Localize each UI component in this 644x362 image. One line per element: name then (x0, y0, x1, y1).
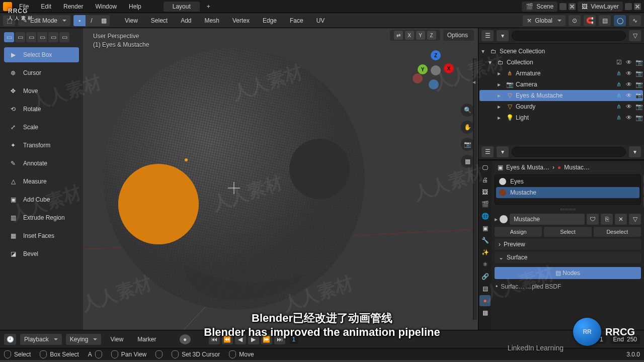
snap-type-icon[interactable]: ▤ (599, 15, 611, 26)
scene-selector[interactable]: 🎬 Scene (522, 2, 557, 12)
n-panel-strip[interactable]: ◂ (473, 58, 477, 320)
menu-window[interactable]: Window (90, 2, 122, 12)
tool-scale[interactable]: ⤢Scale (4, 120, 79, 135)
layer-delete-icon[interactable] (634, 3, 641, 10)
select-button[interactable]: Select (544, 227, 591, 237)
axis-x[interactable]: X (405, 31, 414, 40)
play-icon[interactable]: ▶ (248, 334, 259, 344)
tool-add-cube[interactable]: ▣Add Cube (4, 192, 79, 207)
gizmo-z[interactable]: Z (431, 50, 441, 60)
eye-icon[interactable]: 👁 (625, 103, 633, 111)
link-icon[interactable]: ▸ (495, 216, 498, 223)
material-dup-icon[interactable]: ⎘ (601, 214, 613, 225)
sel-mode-6[interactable]: ▭ (59, 32, 69, 42)
playback-menu[interactable]: Playback (20, 334, 62, 345)
props-display-mode[interactable]: ▾ (497, 146, 509, 157)
menu-render[interactable]: Render (58, 2, 88, 12)
chevron-right-icon[interactable]: ▸ (498, 114, 504, 121)
gizmo-x[interactable]: X (444, 63, 454, 73)
checkbox-icon[interactable]: ☑ (615, 58, 623, 66)
jump-end-icon[interactable]: ⏭ (274, 334, 285, 344)
tab-modifier[interactable]: 🔧 (479, 235, 491, 246)
sel-mode-5[interactable]: ▭ (48, 32, 58, 42)
tool-move[interactable]: ✥Move (4, 83, 79, 99)
props-search[interactable] (512, 147, 626, 157)
scene-delete-icon[interactable] (569, 3, 576, 10)
timeline-editor-icon[interactable]: 🕘 (4, 334, 16, 345)
sel-mode-4[interactable]: ▭ (37, 32, 47, 42)
pivot-icon[interactable]: ⊙ (569, 15, 581, 26)
select-edge-icon[interactable]: / (86, 15, 98, 26)
tool-cursor[interactable]: ⊕Cursor (4, 65, 79, 80)
eye-icon[interactable]: 👁 (625, 114, 633, 122)
restrict-icon[interactable]: ⋔ (615, 80, 623, 88)
assign-button[interactable]: Assign (495, 227, 542, 237)
tab-render[interactable]: 🖵 (479, 162, 491, 173)
tab-viewlayer[interactable]: 🖼 (479, 187, 491, 198)
tab-output[interactable]: 🖨 (479, 174, 491, 186)
tool-measure[interactable]: △Measure (4, 174, 79, 189)
timeline-marker[interactable]: Marker (132, 334, 161, 344)
restrict-icon[interactable]: ⋔ (615, 103, 623, 111)
tool-inset[interactable]: ▦Inset Faces (4, 228, 79, 243)
outliner-editor-icon[interactable]: ☰ (481, 30, 494, 41)
bc-material[interactable]: Mustac… (564, 164, 590, 171)
toolbar-vertex[interactable]: Vertex (227, 16, 255, 26)
tool-annotate[interactable]: ✎Annotate (4, 156, 79, 171)
perspective-icon[interactable]: ▦ (461, 155, 474, 168)
tool-select-box[interactable]: ▶Select Box (4, 47, 79, 62)
toolbar-face[interactable]: Face (285, 16, 308, 26)
material-slot-eyes[interactable]: Eyes (496, 176, 639, 187)
chevron-right-icon[interactable]: ▸ (498, 103, 504, 110)
render-icon[interactable]: 📷 (635, 80, 643, 88)
restrict-icon[interactable]: ⋔ (615, 69, 623, 77)
viewlayer-selector[interactable]: 🖼 ViewLayer (578, 2, 623, 12)
tool-extrude[interactable]: ▥Extrude Region (4, 210, 79, 225)
lock-icon[interactable]: ⇄ (394, 31, 403, 40)
timeline-view[interactable]: View (105, 334, 128, 344)
use-nodes-button[interactable]: ▤ Nodes (495, 267, 641, 279)
workspace-add[interactable]: + (202, 2, 215, 12)
menu-edit[interactable]: Edit (36, 2, 56, 12)
eye-icon[interactable]: 👁 (625, 92, 633, 100)
render-icon[interactable]: 📷 (635, 92, 643, 100)
toolbar-edge[interactable]: Edge (258, 16, 282, 26)
render-icon[interactable]: 📷 (635, 69, 643, 77)
layer-new-icon[interactable] (625, 3, 632, 10)
axis-z[interactable]: Z (427, 31, 436, 40)
material-slot-mustache[interactable]: Mustache (496, 187, 639, 198)
drag-handle[interactable] (495, 207, 641, 212)
render-icon[interactable]: 📷 (635, 58, 643, 66)
outliner-search[interactable] (512, 31, 626, 41)
toolbar-uv[interactable]: UV (311, 16, 330, 26)
tab-physics[interactable]: ⚛ (479, 259, 491, 270)
current-frame[interactable]: 1 (289, 335, 299, 344)
tool-transform[interactable]: ✦Transform (4, 138, 79, 153)
outliner-item-light[interactable]: ▸ 💡 Light ⋔ 👁 📷 (479, 112, 643, 123)
jump-start-icon[interactable]: ⏮ (209, 334, 220, 344)
eye-icon[interactable]: 👁 (625, 69, 633, 77)
scene-new-icon[interactable] (559, 3, 567, 10)
toolbar-mesh[interactable]: Mesh (200, 16, 224, 26)
3d-viewport[interactable]: ⇄ X Y Z Options User Perspective (1) Eye… (83, 28, 478, 330)
proportional-falloff-icon[interactable]: ∿ (629, 15, 641, 26)
tool-bevel[interactable]: ◪Bevel (4, 246, 79, 261)
select-vertex-icon[interactable]: ▪ (73, 15, 86, 26)
pan-icon[interactable]: ✋ (461, 121, 474, 134)
toolbar-select[interactable]: Select (146, 16, 173, 26)
menu-help[interactable]: Help (124, 2, 146, 12)
gizmo-y[interactable]: Y (418, 64, 428, 74)
chevron-right-icon[interactable]: ▸ (498, 92, 504, 99)
mat-browse-icon[interactable] (500, 215, 508, 223)
fake-user-icon[interactable]: 🛡 (587, 214, 599, 225)
tool-rotate[interactable]: ⟲Rotate (4, 102, 79, 117)
outliner-item-gourdy[interactable]: ▸ ▽ Gourdy ⋔ 👁 📷 (479, 101, 643, 112)
tab-scene[interactable]: 🎬 (479, 199, 491, 210)
shader-label[interactable]: Surfac… …pled BSDF (501, 283, 561, 290)
node-wrangler-icon[interactable]: ▽ (629, 214, 641, 225)
gizmo-nx[interactable] (413, 73, 423, 83)
eye-icon[interactable]: 👁 (625, 58, 633, 66)
proportional-edit-icon[interactable]: ◯ (614, 15, 626, 26)
tab-particles[interactable]: ✨ (479, 247, 491, 258)
autokey-icon[interactable]: ● (180, 334, 191, 344)
